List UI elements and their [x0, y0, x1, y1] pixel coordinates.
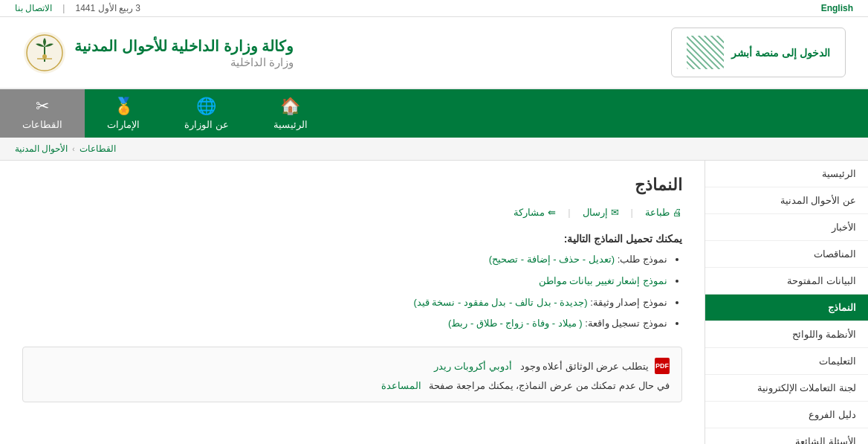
print-icon: 🖨	[673, 207, 682, 218]
pdf-notice-text: يتطلب عرض الوثائق أعلاه وجود أدوبي أكروب…	[434, 361, 649, 372]
sidebar-item-regulations[interactable]: الأنظمة واللوائح	[705, 321, 868, 348]
breadcrumb-sectors[interactable]: القطاعات	[80, 144, 116, 154]
adobe-link[interactable]: أدوبي أكروبات ريدر	[434, 361, 511, 372]
help-prefix: في حال عدم تمكنك من عرض النماذج، يمكنك م…	[429, 380, 670, 391]
separator1: |	[62, 3, 65, 13]
pdf-icon: PDF	[655, 358, 670, 374]
form-label-0: نموذج طلب:	[615, 254, 667, 265]
notice-pdf-line: يتطلب عرض الوثائق أعلاه وجود أدوبي أكروب…	[35, 358, 670, 374]
intro-text: يمكنك تحميل النماذج التالية:	[22, 233, 682, 245]
main-content: النماذج ⇚ مشاركة | ✉ إرسال | 🖨 طباعة يمك…	[0, 161, 705, 444]
sidebar-item-branches[interactable]: دليل الفروع	[705, 402, 868, 428]
ministry-icon: 🌐	[196, 97, 216, 116]
absher-label[interactable]: الدخول إلى منصة أبشر	[731, 47, 830, 59]
home-icon: 🏠	[280, 97, 300, 116]
sidebar-item-ecommittee[interactable]: لجنة التعاملات الإلكترونية	[705, 375, 868, 402]
form-label-2: نموذج إصدار وثيقة:	[588, 297, 667, 308]
sidebar: الرئيسية عن الأحوال المدنية الأخبار المن…	[705, 161, 868, 444]
emirates-icon: 🏅	[114, 97, 134, 116]
header-logo: وكالة وزارة الداخلية للأحوال المدنية وزا…	[22, 30, 294, 75]
send-icon: ✉	[611, 207, 619, 218]
nav-item-home[interactable]: 🏠 الرئيسية	[251, 89, 330, 138]
site-title: وكالة وزارة الداخلية للأحوال المدنية	[74, 36, 294, 56]
absher-section[interactable]: الدخول إلى منصة أبشر	[671, 28, 846, 77]
form-item-1: نموذج إشعار تغيير بيانات مواطن	[22, 274, 667, 289]
top-bar-language[interactable]: English	[821, 3, 853, 13]
sep1: |	[568, 207, 570, 218]
main-nav: 🏠 الرئيسية 🌐 عن الوزارة 🏅 الإمارات ✂ الق…	[0, 89, 868, 138]
sep2: |	[631, 207, 633, 218]
share-label[interactable]: مشاركة	[514, 207, 545, 218]
form-label-3: نموذج تسجيل واقعة:	[583, 318, 667, 329]
sidebar-item-news[interactable]: الأخبار	[705, 214, 868, 241]
english-link[interactable]: English	[821, 3, 853, 13]
page-title: النماذج	[22, 176, 682, 195]
form-item-0: نموذج طلب: (تعديل - حذف - إضافة - تصحيح)	[22, 252, 667, 268]
sidebar-item-instructions[interactable]: التعليمات	[705, 348, 868, 375]
pdf-required-text: يتطلب عرض الوثائق أعلاه وجود	[520, 361, 649, 372]
nav-sectors-label: القطاعات	[22, 119, 62, 130]
forms-list: نموذج طلب: (تعديل - حذف - إضافة - تصحيح)…	[22, 252, 682, 332]
print-label[interactable]: طباعة	[645, 207, 670, 218]
share-action[interactable]: ⇚ مشاركة	[514, 207, 556, 218]
site-subtitle: وزارة الداخلية	[74, 56, 294, 69]
form-link-3[interactable]: ( ميلاد - وفاة - زواج - طلاق - ربط)	[448, 318, 582, 329]
date-label: 3 ربيع الأول 1441	[75, 3, 140, 13]
help-link[interactable]: المساعدة	[381, 380, 421, 391]
content-body: يمكنك تحميل النماذج التالية: نموذج طلب: …	[22, 233, 682, 402]
sidebar-item-faq[interactable]: الأسئلة الشائعة	[705, 428, 868, 444]
action-bar: ⇚ مشاركة | ✉ إرسال | 🖨 طباعة	[22, 207, 682, 218]
send-action[interactable]: ✉ إرسال	[583, 207, 619, 218]
nav-ministry-label: عن الوزارة	[184, 119, 229, 130]
nav-item-emirates[interactable]: 🏅 الإمارات	[85, 89, 162, 138]
notice-box: يتطلب عرض الوثائق أعلاه وجود أدوبي أكروب…	[22, 347, 682, 402]
logo-emblem	[22, 30, 67, 75]
help-text: في حال عدم تمكنك من عرض النماذج، يمكنك م…	[381, 380, 670, 391]
svg-point-3	[42, 54, 47, 59]
form-link-2[interactable]: (جديدة - بدل تالف - بدل مفقود - نسخة قيد…	[413, 297, 587, 308]
send-label[interactable]: إرسال	[583, 207, 608, 218]
print-action[interactable]: 🖨 طباعة	[645, 207, 682, 218]
form-link-1[interactable]: نموذج إشعار تغيير بيانات مواطن	[539, 275, 667, 286]
absher-box[interactable]: الدخول إلى منصة أبشر	[671, 28, 846, 77]
nav-emirates-label: الإمارات	[107, 119, 140, 130]
notice-help-line: في حال عدم تمكنك من عرض النماذج، يمكنك م…	[35, 380, 670, 391]
nav-home-label: الرئيسية	[273, 119, 308, 130]
form-item-3: نموذج تسجيل واقعة: ( ميلاد - وفاة - زواج…	[22, 316, 667, 332]
sidebar-item-forms[interactable]: النماذج	[705, 295, 868, 321]
sidebar-item-home[interactable]: الرئيسية	[705, 161, 868, 187]
top-bar: English 3 ربيع الأول 1441 | الاتصال بنا	[0, 0, 868, 17]
sidebar-item-opendata[interactable]: البيانات المفتوحة	[705, 268, 868, 295]
top-bar-info: 3 ربيع الأول 1441 | الاتصال بنا	[15, 3, 140, 13]
main-container: الرئيسية عن الأحوال المدنية الأخبار المن…	[0, 161, 868, 444]
sidebar-item-tenders[interactable]: المناقصات	[705, 241, 868, 268]
nav-item-ministry[interactable]: 🌐 عن الوزارة	[162, 89, 251, 138]
sectors-icon: ✂	[36, 97, 49, 116]
share-icon: ⇚	[548, 207, 556, 218]
breadcrumb: القطاعات › الأحوال المدنية	[0, 138, 868, 161]
form-item-2: نموذج إصدار وثيقة: (جديدة - بدل تالف - ب…	[22, 295, 667, 311]
absher-pattern	[687, 36, 724, 69]
breadcrumb-arrow1: ›	[72, 145, 74, 153]
contact-label[interactable]: الاتصال بنا	[15, 3, 52, 13]
form-link-0[interactable]: (تعديل - حذف - إضافة - تصحيح)	[489, 254, 615, 265]
sidebar-item-about[interactable]: عن الأحوال المدنية	[705, 187, 868, 214]
nav-item-sectors[interactable]: ✂ القطاعات	[0, 89, 85, 138]
breadcrumb-civil[interactable]: الأحوال المدنية	[15, 144, 68, 154]
logo-text: وكالة وزارة الداخلية للأحوال المدنية وزا…	[74, 36, 294, 69]
header: الدخول إلى منصة أبشر وكالة وزارة الداخلي…	[0, 17, 868, 89]
